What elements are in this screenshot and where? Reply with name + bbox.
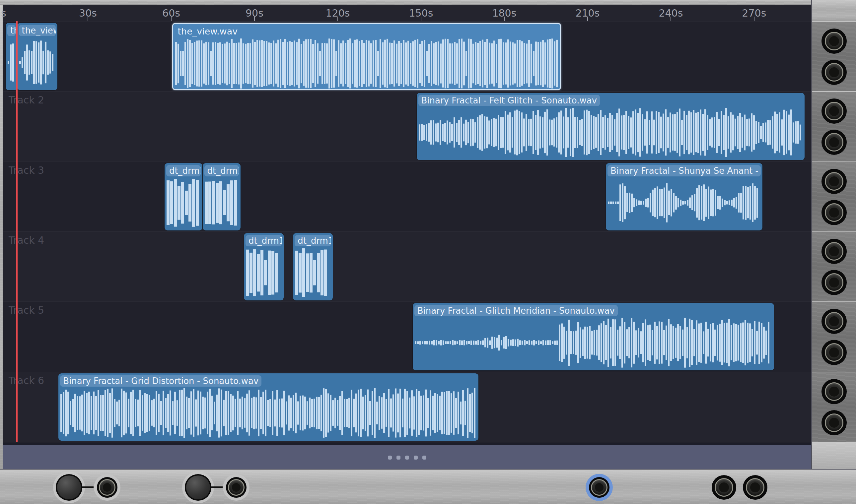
clip-waveform: [7, 37, 15, 88]
pager-dot[interactable]: [414, 455, 418, 460]
audio-clip[interactable]: dt_drm14: [244, 233, 284, 301]
jack-ring: [825, 242, 843, 260]
jack-ring: [825, 102, 843, 120]
track-output-cell-4: [812, 231, 856, 301]
jack-hole: [829, 208, 839, 217]
jack-ring: [825, 343, 843, 362]
audio-clip[interactable]: Binary Fractal - Glitch Meridian - Sonau…: [413, 303, 774, 371]
ruler-tick-mark: [754, 17, 754, 21]
jack-port[interactable]: [821, 239, 847, 264]
clip-label: the_view.w: [19, 25, 56, 36]
ruler-tick-mark: [337, 17, 338, 21]
audio-clip[interactable]: the_view.wav: [172, 23, 561, 90]
jack-hole: [232, 483, 241, 492]
jack-hole: [829, 137, 839, 147]
position-cv-port[interactable]: [589, 477, 610, 498]
ruler-origin-label: s: [1, 7, 6, 19]
pager-dots[interactable]: [388, 455, 426, 460]
jack-port[interactable]: [821, 410, 847, 435]
jack-port[interactable]: [821, 200, 847, 225]
clip-waveform: [419, 107, 803, 158]
audio-clip[interactable]: dt_drm14: [203, 163, 241, 231]
clip-label: Binary Fractal - Grid Distortion - Sonau…: [60, 375, 261, 386]
play-trigger-port[interactable]: [97, 477, 118, 498]
track-output-cell-6: [812, 372, 856, 442]
ruler-tick-mark: [421, 17, 421, 21]
jack-ring: [825, 382, 843, 401]
clip-waveform: [60, 388, 476, 438]
jack-ring: [99, 479, 116, 496]
reset-trigger-port[interactable]: [226, 477, 246, 498]
pager-dot[interactable]: [405, 455, 409, 460]
jack-ring: [825, 413, 843, 432]
timeline-ruler[interactable]: s 30s60s90s120s150s180s210s240s270s: [3, 5, 811, 21]
sequencer-module: s 30s60s90s120s150s180s210s240s270s thth…: [0, 0, 856, 504]
jack-hole: [103, 483, 111, 492]
jack-port[interactable]: [821, 29, 847, 54]
track-label: Track 6: [8, 375, 44, 386]
clip-waveform: [608, 178, 760, 228]
track-row-5[interactable]: Track 5Binary Fractal - Glitch Meridian …: [3, 301, 811, 371]
jack-port[interactable]: [821, 130, 847, 155]
audio-clip[interactable]: dt_drm14: [164, 163, 203, 231]
pager-dot[interactable]: [388, 455, 392, 460]
mix-out-right-port[interactable]: [743, 475, 767, 500]
timeline-scrollbar[interactable]: [3, 443, 811, 472]
jack-ring: [825, 312, 843, 330]
ruler-tick-mark: [504, 17, 505, 21]
panel-top-section: [812, 0, 856, 21]
clip-label: dt_drm14: [204, 165, 239, 176]
jack-hole: [829, 176, 839, 186]
ruler-tick-mark: [171, 17, 172, 21]
ruler-tick-mark: [88, 17, 88, 21]
jack-ring: [715, 478, 733, 497]
audio-clip[interactable]: th: [6, 23, 17, 90]
jack-ring: [825, 273, 843, 292]
jack-hole: [829, 277, 839, 287]
mix-out-left-port[interactable]: [712, 475, 736, 500]
track-row-2[interactable]: Track 2Binary Fractal - Felt Glitch - So…: [3, 91, 811, 161]
clip-waveform: [205, 178, 239, 228]
reset-wire-dash: [211, 486, 223, 488]
module-top-edge: [0, 0, 811, 5]
audio-clip[interactable]: Binary Fractal - Grid Distortion - Sonau…: [58, 373, 478, 441]
jack-port[interactable]: [821, 309, 847, 334]
pager-dot[interactable]: [397, 455, 400, 460]
clip-waveform: [246, 248, 281, 298]
audio-clip[interactable]: the_view.w: [17, 23, 57, 90]
jack-port[interactable]: [821, 270, 847, 295]
audio-clip[interactable]: Binary Fractal - Felt Glitch - Sonauto.w…: [417, 93, 805, 160]
track-row-6[interactable]: Track 6Binary Fractal - Grid Distortion …: [3, 372, 811, 442]
panel-cells: [812, 21, 856, 442]
audio-clip[interactable]: Binary Fractal - Shunya Se Anant - Son: [606, 163, 763, 231]
clip-waveform: [167, 178, 200, 228]
track-label: Track 4: [8, 234, 44, 246]
track-output-cell-2: [812, 91, 856, 161]
audio-clip[interactable]: dt_drm14: [293, 233, 333, 301]
clip-label: dt_drm14: [246, 235, 282, 246]
clip-label: Binary Fractal - Felt Glitch - Sonauto.w…: [418, 95, 600, 106]
track-row-3[interactable]: Track 3dt_drm14dt_drm14Binary Fractal - …: [3, 161, 811, 231]
jack-port[interactable]: [821, 169, 847, 194]
clip-label: th: [7, 25, 15, 36]
clip-waveform: [415, 318, 772, 368]
jack-hole: [750, 483, 760, 492]
track-row-1[interactable]: ththe_view.wthe_view.wav: [3, 21, 811, 91]
module-left-edge: [0, 5, 3, 469]
clip-waveform: [295, 248, 330, 298]
playhead-marker-icon[interactable]: [3, 21, 8, 21]
clip-label: dt_drm14: [295, 235, 331, 246]
jack-hole: [829, 67, 839, 77]
clip-label: Binary Fractal - Shunya Se Anant - Son: [608, 165, 761, 176]
clip-label: Binary Fractal - Glitch Meridian - Sonau…: [414, 305, 618, 316]
jack-port[interactable]: [821, 98, 847, 124]
reset-button[interactable]: [185, 474, 211, 501]
jack-port[interactable]: [821, 60, 847, 85]
track-row-4[interactable]: Track 4dt_drm14dt_drm14: [3, 231, 811, 301]
jack-port[interactable]: [821, 379, 847, 404]
play-button[interactable]: [56, 474, 82, 501]
track-label: Track 3: [8, 164, 44, 176]
pager-dot[interactable]: [422, 455, 426, 460]
track-area: ththe_view.wthe_view.wavTrack 2Binary Fr…: [3, 21, 811, 442]
jack-port[interactable]: [821, 340, 847, 365]
